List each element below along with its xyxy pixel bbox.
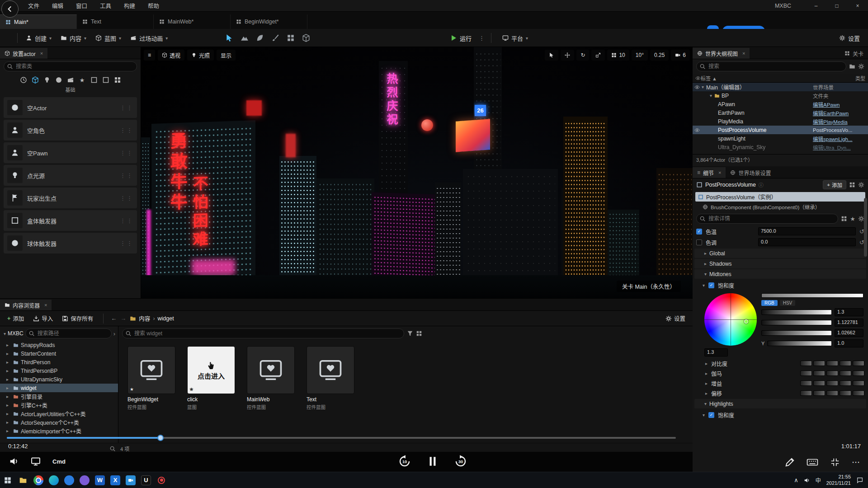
- pause-button[interactable]: [427, 455, 439, 467]
- collapsed-prop-offset[interactable]: ▸偏移: [693, 388, 868, 398]
- rewind-10-button[interactable]: 10: [398, 455, 411, 468]
- section-shadows[interactable]: ▸Shadows: [694, 259, 866, 268]
- filter-icon[interactable]: [407, 330, 413, 337]
- close-icon[interactable]: ×: [40, 51, 43, 56]
- color-wheel[interactable]: [704, 293, 757, 346]
- move-tool-icon[interactable]: [561, 50, 574, 61]
- brush-edit-mode-icon[interactable]: [302, 34, 310, 42]
- folder-row[interactable]: ▸ThirdPersonBP: [0, 366, 118, 375]
- rgba-mini-sliders[interactable]: [800, 361, 864, 366]
- tray-volume-icon[interactable]: [804, 477, 810, 483]
- new-folder-icon[interactable]: [849, 63, 855, 70]
- cinematic-category-icon[interactable]: [67, 76, 74, 84]
- g-value-field[interactable]: 1.122781: [835, 319, 863, 327]
- forward-30-button[interactable]: 30: [454, 455, 467, 468]
- r-slider[interactable]: [761, 310, 832, 315]
- folder-row[interactable]: ▸ActorLayerUtilities个C++类: [0, 409, 118, 418]
- edit-actor-link[interactable]: 编辑PlayMedia: [813, 118, 866, 125]
- taskbar-icon-folder[interactable]: [15, 472, 31, 488]
- nav-back-icon[interactable]: ←: [111, 315, 117, 322]
- asset-search-input[interactable]: [122, 328, 404, 338]
- saturation-row[interactable]: ▾ ✓ 饱和度: [693, 280, 868, 291]
- lit-dropdown[interactable]: 光照: [187, 50, 214, 61]
- basic-category-icon[interactable]: [32, 76, 39, 84]
- keyboard-icon[interactable]: [807, 456, 818, 468]
- hsv-toggle[interactable]: HSV: [780, 300, 796, 306]
- blueprint-button[interactable]: 蓝图▾: [91, 29, 126, 47]
- fracture-mode-icon[interactable]: [287, 34, 295, 42]
- taskbar-icon-blue-app[interactable]: [61, 472, 77, 488]
- taskbar-icon-recording[interactable]: [154, 472, 169, 488]
- content-browser-tab[interactable]: 内容浏览器×: [0, 300, 52, 310]
- volumes-category-icon[interactable]: [102, 76, 109, 84]
- collapsed-prop-gamma[interactable]: ▸伽马: [693, 368, 868, 378]
- value-gradient-slider[interactable]: [761, 293, 863, 298]
- grid-snap-toggle[interactable]: 10: [607, 50, 629, 61]
- eye-icon[interactable]: [693, 84, 702, 90]
- type-column-header[interactable]: 类型: [855, 75, 865, 82]
- world-settings-tab[interactable]: 世界场景设置: [726, 167, 775, 178]
- place-item-sphere-trigger[interactable]: 球体触发器⋮⋮: [4, 233, 137, 253]
- asset-card-mainweb[interactable]: MainWeb 控件蓝图: [247, 346, 297, 410]
- brush-component-row[interactable]: BrushComponent (BrushComponent0)（继承）: [693, 202, 868, 211]
- perspective-dropdown[interactable]: 透视: [158, 50, 184, 61]
- checkbox-checked[interactable]: ✓: [708, 412, 714, 418]
- window-minimize-button[interactable]: –: [806, 0, 826, 12]
- drag-handle[interactable]: ⋮⋮: [120, 127, 133, 134]
- checkbox-checked[interactable]: ✓: [696, 229, 702, 235]
- section-highlights[interactable]: ▾Highlights: [694, 399, 866, 408]
- edit-actor-link[interactable]: 编辑spawnLigh...: [813, 135, 866, 142]
- source-dropdown[interactable]: MXBC: [8, 330, 24, 337]
- place-item-point-light[interactable]: 点光源⋮⋮: [4, 165, 137, 186]
- annotate-pencil-icon[interactable]: [785, 457, 795, 467]
- menu-file[interactable]: 文件: [22, 0, 46, 11]
- settings-button[interactable]: 设置: [839, 29, 860, 47]
- all-classes-category-icon[interactable]: [114, 76, 121, 84]
- outliner-settings-icon[interactable]: [858, 63, 864, 70]
- section-global[interactable]: ▸Global: [694, 249, 866, 258]
- screen-cast-icon[interactable]: [31, 456, 41, 466]
- content-button[interactable]: 内容▾: [56, 29, 91, 47]
- select-mode-icon[interactable]: [225, 34, 233, 42]
- tab-beginwidget[interactable]: BeginWidget*: [231, 14, 307, 29]
- lights-category-icon[interactable]: [43, 76, 51, 84]
- close-icon[interactable]: ×: [742, 51, 745, 56]
- outliner-row-main[interactable]: ▾ Main（编辑器） 世界场景: [693, 83, 868, 91]
- vfx-category-icon[interactable]: ★: [79, 76, 86, 84]
- favorites-icon[interactable]: ★: [850, 216, 855, 222]
- rotation-snap-toggle[interactable]: 10°: [632, 50, 648, 61]
- component-instance-row[interactable]: PostProcessVolume（实例）: [695, 192, 865, 202]
- viewport-menu-button[interactable]: ≡: [144, 50, 155, 61]
- menu-help[interactable]: 帮助: [142, 0, 165, 11]
- viewport[interactable]: 勇敢牛牛 不怕困难 热烈庆祝 26: [141, 47, 693, 298]
- outliner-row-postprocessvolume[interactable]: PostProcessVolume PostProcessVo...: [693, 126, 868, 134]
- b-slider[interactable]: [761, 330, 832, 336]
- mesh-paint-mode-icon[interactable]: [271, 34, 279, 42]
- video-timeline[interactable]: [7, 435, 676, 441]
- folder-row[interactable]: ▸ThirdPerson: [0, 358, 118, 366]
- taskbar-icon-purple-app[interactable]: [77, 472, 92, 488]
- temperature-value-field[interactable]: 7500.0: [758, 227, 856, 235]
- outliner-row-ultradynamicsky[interactable]: Ultra_Dynamic_Sky 编辑Ultra_Dyn...: [693, 143, 868, 151]
- taskbar-icon-unreal[interactable]: U: [138, 472, 154, 488]
- shapes-category-icon[interactable]: [55, 76, 62, 84]
- scale-snap-toggle[interactable]: 0.25: [650, 50, 669, 61]
- start-button[interactable]: [0, 472, 15, 488]
- edit-actor-link[interactable]: 编辑Ultra_Dyn...: [813, 144, 866, 151]
- master-value-field[interactable]: 1.3: [704, 348, 728, 357]
- exit-fullscreen-icon[interactable]: [830, 457, 840, 467]
- details-scrollbar[interactable]: [864, 198, 867, 257]
- folder-row[interactable]: ▸ActorSequence个C++类: [0, 418, 118, 427]
- close-icon[interactable]: ×: [44, 302, 47, 308]
- r-value-field[interactable]: 1.3: [835, 308, 863, 316]
- select-tool-icon[interactable]: [545, 50, 558, 61]
- recent-category-icon[interactable]: [20, 76, 27, 84]
- add-component-button[interactable]: + 添加: [823, 180, 846, 189]
- landscape-mode-icon[interactable]: [241, 34, 249, 42]
- section-midtones[interactable]: ▾Midtones: [694, 269, 866, 279]
- y-value-field[interactable]: 1.0: [835, 339, 863, 347]
- asset-card-text[interactable]: Text 控件蓝图: [307, 346, 357, 410]
- drag-handle[interactable]: ⋮⋮: [120, 104, 133, 111]
- rgb-toggle[interactable]: RGB: [761, 300, 778, 306]
- place-item-player-start[interactable]: 玩家出生点⋮⋮: [4, 188, 137, 208]
